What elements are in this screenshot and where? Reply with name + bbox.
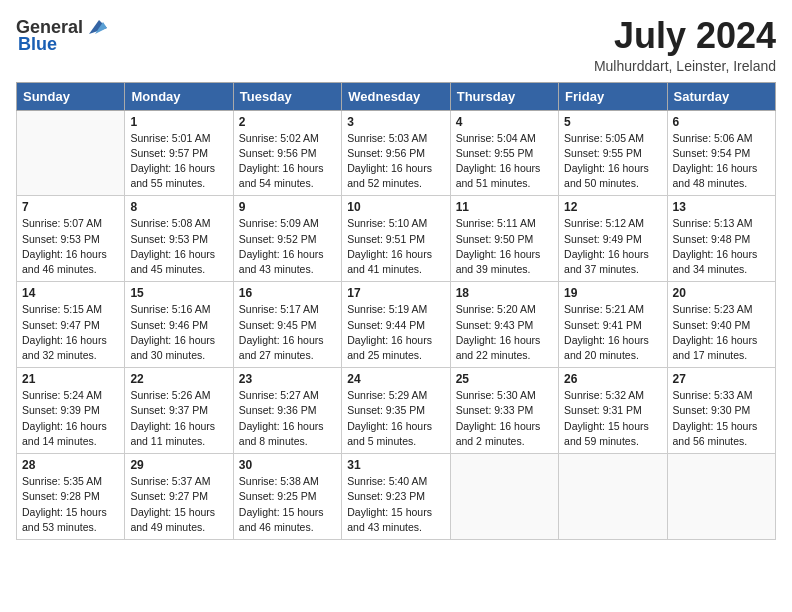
- day-number: 6: [673, 115, 770, 129]
- day-info: Sunrise: 5:08 AMSunset: 9:53 PMDaylight:…: [130, 216, 227, 277]
- day-info: Sunrise: 5:29 AMSunset: 9:35 PMDaylight:…: [347, 388, 444, 449]
- month-year-title: July 2024: [594, 16, 776, 56]
- calendar-week-row-1: 1Sunrise: 5:01 AMSunset: 9:57 PMDaylight…: [17, 110, 776, 196]
- calendar-table: SundayMondayTuesdayWednesdayThursdayFrid…: [16, 82, 776, 540]
- day-info: Sunrise: 5:26 AMSunset: 9:37 PMDaylight:…: [130, 388, 227, 449]
- calendar-cell: 3Sunrise: 5:03 AMSunset: 9:56 PMDaylight…: [342, 110, 450, 196]
- day-number: 7: [22, 200, 119, 214]
- day-info: Sunrise: 5:23 AMSunset: 9:40 PMDaylight:…: [673, 302, 770, 363]
- day-info: Sunrise: 5:16 AMSunset: 9:46 PMDaylight:…: [130, 302, 227, 363]
- calendar-cell: 9Sunrise: 5:09 AMSunset: 9:52 PMDaylight…: [233, 196, 341, 282]
- day-number: 5: [564, 115, 661, 129]
- day-number: 2: [239, 115, 336, 129]
- calendar-cell: 21Sunrise: 5:24 AMSunset: 9:39 PMDayligh…: [17, 368, 125, 454]
- day-number: 29: [130, 458, 227, 472]
- calendar-week-row-2: 7Sunrise: 5:07 AMSunset: 9:53 PMDaylight…: [17, 196, 776, 282]
- calendar-cell: 12Sunrise: 5:12 AMSunset: 9:49 PMDayligh…: [559, 196, 667, 282]
- day-number: 31: [347, 458, 444, 472]
- logo: General Blue: [16, 16, 107, 55]
- day-number: 11: [456, 200, 553, 214]
- calendar-cell: 15Sunrise: 5:16 AMSunset: 9:46 PMDayligh…: [125, 282, 233, 368]
- location-subtitle: Mulhurddart, Leinster, Ireland: [594, 58, 776, 74]
- calendar-cell: [667, 454, 775, 540]
- calendar-header-row: SundayMondayTuesdayWednesdayThursdayFrid…: [17, 82, 776, 110]
- day-number: 30: [239, 458, 336, 472]
- day-number: 18: [456, 286, 553, 300]
- day-number: 17: [347, 286, 444, 300]
- calendar-header-sunday: Sunday: [17, 82, 125, 110]
- calendar-cell: [450, 454, 558, 540]
- logo-icon: [85, 16, 107, 38]
- calendar-cell: 8Sunrise: 5:08 AMSunset: 9:53 PMDaylight…: [125, 196, 233, 282]
- title-block: July 2024 Mulhurddart, Leinster, Ireland: [594, 16, 776, 74]
- day-number: 15: [130, 286, 227, 300]
- day-info: Sunrise: 5:10 AMSunset: 9:51 PMDaylight:…: [347, 216, 444, 277]
- calendar-cell: 4Sunrise: 5:04 AMSunset: 9:55 PMDaylight…: [450, 110, 558, 196]
- calendar-header-wednesday: Wednesday: [342, 82, 450, 110]
- day-info: Sunrise: 5:27 AMSunset: 9:36 PMDaylight:…: [239, 388, 336, 449]
- calendar-cell: 7Sunrise: 5:07 AMSunset: 9:53 PMDaylight…: [17, 196, 125, 282]
- day-number: 14: [22, 286, 119, 300]
- day-info: Sunrise: 5:32 AMSunset: 9:31 PMDaylight:…: [564, 388, 661, 449]
- day-number: 12: [564, 200, 661, 214]
- calendar-week-row-5: 28Sunrise: 5:35 AMSunset: 9:28 PMDayligh…: [17, 454, 776, 540]
- day-info: Sunrise: 5:06 AMSunset: 9:54 PMDaylight:…: [673, 131, 770, 192]
- calendar-cell: [559, 454, 667, 540]
- day-info: Sunrise: 5:37 AMSunset: 9:27 PMDaylight:…: [130, 474, 227, 535]
- day-number: 13: [673, 200, 770, 214]
- calendar-cell: 22Sunrise: 5:26 AMSunset: 9:37 PMDayligh…: [125, 368, 233, 454]
- calendar-cell: 14Sunrise: 5:15 AMSunset: 9:47 PMDayligh…: [17, 282, 125, 368]
- calendar-week-row-3: 14Sunrise: 5:15 AMSunset: 9:47 PMDayligh…: [17, 282, 776, 368]
- day-info: Sunrise: 5:40 AMSunset: 9:23 PMDaylight:…: [347, 474, 444, 535]
- calendar-header-friday: Friday: [559, 82, 667, 110]
- calendar-header-saturday: Saturday: [667, 82, 775, 110]
- calendar-cell: 25Sunrise: 5:30 AMSunset: 9:33 PMDayligh…: [450, 368, 558, 454]
- day-info: Sunrise: 5:01 AMSunset: 9:57 PMDaylight:…: [130, 131, 227, 192]
- calendar-cell: 19Sunrise: 5:21 AMSunset: 9:41 PMDayligh…: [559, 282, 667, 368]
- day-info: Sunrise: 5:09 AMSunset: 9:52 PMDaylight:…: [239, 216, 336, 277]
- day-info: Sunrise: 5:17 AMSunset: 9:45 PMDaylight:…: [239, 302, 336, 363]
- day-number: 26: [564, 372, 661, 386]
- day-number: 10: [347, 200, 444, 214]
- calendar-cell: 5Sunrise: 5:05 AMSunset: 9:55 PMDaylight…: [559, 110, 667, 196]
- day-info: Sunrise: 5:11 AMSunset: 9:50 PMDaylight:…: [456, 216, 553, 277]
- page-header: General Blue July 2024 Mulhurddart, Lein…: [16, 16, 776, 74]
- calendar-cell: 6Sunrise: 5:06 AMSunset: 9:54 PMDaylight…: [667, 110, 775, 196]
- day-number: 24: [347, 372, 444, 386]
- day-number: 9: [239, 200, 336, 214]
- calendar-cell: 29Sunrise: 5:37 AMSunset: 9:27 PMDayligh…: [125, 454, 233, 540]
- calendar-header-tuesday: Tuesday: [233, 82, 341, 110]
- day-number: 20: [673, 286, 770, 300]
- day-number: 23: [239, 372, 336, 386]
- day-number: 27: [673, 372, 770, 386]
- calendar-cell: 11Sunrise: 5:11 AMSunset: 9:50 PMDayligh…: [450, 196, 558, 282]
- calendar-cell: 16Sunrise: 5:17 AMSunset: 9:45 PMDayligh…: [233, 282, 341, 368]
- day-info: Sunrise: 5:24 AMSunset: 9:39 PMDaylight:…: [22, 388, 119, 449]
- calendar-cell: 10Sunrise: 5:10 AMSunset: 9:51 PMDayligh…: [342, 196, 450, 282]
- calendar-cell: 31Sunrise: 5:40 AMSunset: 9:23 PMDayligh…: [342, 454, 450, 540]
- day-info: Sunrise: 5:19 AMSunset: 9:44 PMDaylight:…: [347, 302, 444, 363]
- calendar-cell: [17, 110, 125, 196]
- day-number: 1: [130, 115, 227, 129]
- day-info: Sunrise: 5:35 AMSunset: 9:28 PMDaylight:…: [22, 474, 119, 535]
- day-info: Sunrise: 5:21 AMSunset: 9:41 PMDaylight:…: [564, 302, 661, 363]
- calendar-cell: 1Sunrise: 5:01 AMSunset: 9:57 PMDaylight…: [125, 110, 233, 196]
- day-info: Sunrise: 5:12 AMSunset: 9:49 PMDaylight:…: [564, 216, 661, 277]
- calendar-cell: 2Sunrise: 5:02 AMSunset: 9:56 PMDaylight…: [233, 110, 341, 196]
- day-number: 21: [22, 372, 119, 386]
- calendar-cell: 23Sunrise: 5:27 AMSunset: 9:36 PMDayligh…: [233, 368, 341, 454]
- day-info: Sunrise: 5:33 AMSunset: 9:30 PMDaylight:…: [673, 388, 770, 449]
- calendar-week-row-4: 21Sunrise: 5:24 AMSunset: 9:39 PMDayligh…: [17, 368, 776, 454]
- calendar-cell: 26Sunrise: 5:32 AMSunset: 9:31 PMDayligh…: [559, 368, 667, 454]
- day-info: Sunrise: 5:20 AMSunset: 9:43 PMDaylight:…: [456, 302, 553, 363]
- day-number: 8: [130, 200, 227, 214]
- day-info: Sunrise: 5:05 AMSunset: 9:55 PMDaylight:…: [564, 131, 661, 192]
- day-number: 16: [239, 286, 336, 300]
- day-info: Sunrise: 5:30 AMSunset: 9:33 PMDaylight:…: [456, 388, 553, 449]
- day-number: 4: [456, 115, 553, 129]
- day-number: 25: [456, 372, 553, 386]
- day-info: Sunrise: 5:15 AMSunset: 9:47 PMDaylight:…: [22, 302, 119, 363]
- calendar-cell: 27Sunrise: 5:33 AMSunset: 9:30 PMDayligh…: [667, 368, 775, 454]
- day-number: 19: [564, 286, 661, 300]
- calendar-header-monday: Monday: [125, 82, 233, 110]
